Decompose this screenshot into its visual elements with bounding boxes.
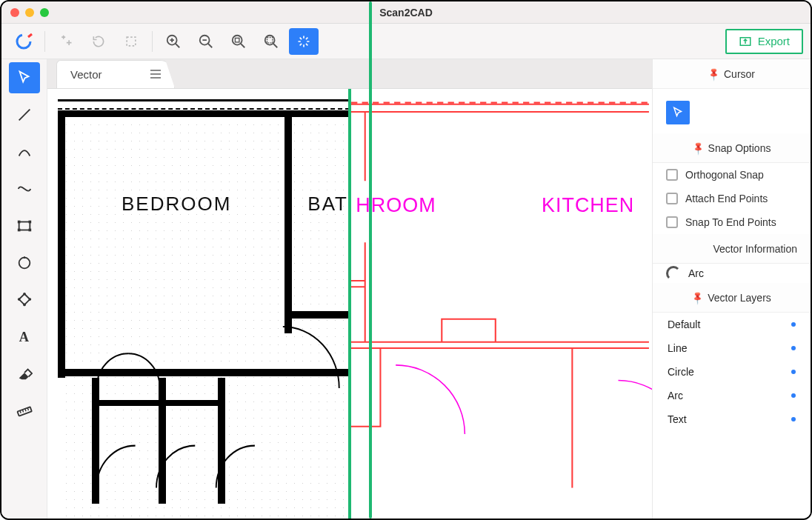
svg-rect-25	[19, 222, 30, 230]
svg-rect-11	[235, 38, 239, 42]
svg-line-20	[306, 43, 307, 44]
revert-icon[interactable]	[84, 28, 113, 55]
svg-line-24	[19, 110, 30, 121]
section-vector-info-label: Vector Information	[713, 243, 797, 255]
room-label-hroom: HROOM	[356, 194, 436, 216]
layer-active-indicator	[791, 346, 796, 350]
canvas[interactable]: BEDROOM BAT	[47, 89, 652, 519]
checkbox-icon[interactable]	[666, 216, 678, 228]
pin-icon: 📌	[706, 66, 722, 81]
layer-row[interactable]: Arc	[653, 384, 811, 407]
section-snap-label: Snap Options	[708, 142, 771, 154]
line-tool[interactable]	[9, 99, 40, 130]
section-snap-options[interactable]: 📌 Snap Options	[653, 133, 811, 163]
rectangle-tool[interactable]	[9, 210, 40, 241]
svg-rect-26	[17, 221, 20, 224]
svg-line-21	[306, 37, 307, 39]
snap-orthogonal[interactable]: Orthogonal Snap	[653, 163, 811, 187]
tab-label: Vector	[70, 68, 102, 81]
cursor-mode-select[interactable]	[666, 101, 690, 124]
svg-rect-27	[28, 221, 31, 224]
processing-spinner-icon[interactable]	[289, 28, 319, 55]
top-toolbar: Export	[1, 24, 811, 59]
snap-orthogonal-label: Orthogonal Snap	[685, 169, 764, 181]
raster-view: BEDROOM BAT	[47, 89, 350, 519]
section-vector-info[interactable]: Vector Information	[653, 234, 811, 264]
svg-point-35	[17, 298, 20, 301]
svg-rect-1	[127, 37, 136, 46]
room-label-bedroom: BEDROOM	[122, 193, 231, 216]
tab-menu-icon[interactable]	[150, 70, 161, 79]
svg-line-22	[300, 43, 302, 44]
layer-active-indicator	[791, 393, 796, 398]
layer-row[interactable]: Line	[653, 336, 811, 360]
layer-row[interactable]: Circle	[653, 360, 811, 384]
section-vector-layers[interactable]: 📌 Vector Layers	[653, 283, 811, 313]
svg-text:A: A	[19, 330, 29, 344]
svg-point-30	[19, 258, 30, 269]
svg-point-9	[233, 35, 242, 44]
vector-info-arc-label: Arc	[688, 267, 704, 279]
left-tool-sidebar: A	[1, 59, 47, 519]
pin-icon: 📌	[690, 290, 705, 305]
pin-icon: 📌	[690, 140, 706, 156]
vector-info-arc: Arc	[653, 264, 811, 283]
main-column: Vector	[47, 59, 652, 519]
toolbar-separator	[152, 31, 153, 52]
zoom-fit-icon[interactable]	[224, 28, 253, 55]
minimize-window-button[interactable]	[25, 8, 34, 17]
sparkle-icon[interactable]	[51, 28, 81, 55]
checkbox-icon[interactable]	[666, 169, 678, 181]
text-tool[interactable]: A	[9, 321, 40, 353]
snap-to-end[interactable]: Snap To End Points	[653, 210, 811, 234]
svg-point-32	[23, 293, 26, 296]
toolbar-separator	[44, 31, 45, 52]
arc-tool[interactable]	[9, 136, 40, 167]
zoom-out-icon[interactable]	[191, 28, 221, 55]
svg-line-19	[300, 37, 302, 39]
polygon-tool[interactable]	[9, 284, 40, 316]
layer-label: Arc	[668, 390, 683, 401]
maximize-window-button[interactable]	[40, 8, 49, 17]
app-logo-icon[interactable]	[9, 28, 39, 55]
right-panel: 📌 Cursor 📌 Snap Options Orthogonal Snap …	[652, 59, 811, 519]
svg-line-3	[176, 43, 180, 47]
layer-row[interactable]: Text	[653, 407, 811, 431]
traffic-lights	[10, 8, 49, 17]
section-cursor[interactable]: 📌 Cursor	[653, 59, 811, 89]
checkbox-icon[interactable]	[666, 193, 678, 204]
room-label-bath-partial: BAT	[307, 193, 348, 216]
zoom-selection-icon[interactable]	[256, 28, 286, 55]
measure-tool[interactable]	[9, 396, 40, 427]
tab-vector[interactable]: Vector	[56, 60, 175, 88]
close-window-button[interactable]	[10, 8, 19, 17]
bezier-tool[interactable]	[9, 173, 40, 204]
svg-point-31	[23, 256, 25, 259]
export-button[interactable]: Export	[725, 29, 803, 54]
window-title: Scan2CAD	[1, 7, 811, 19]
section-vector-layers-label: Vector Layers	[708, 292, 771, 304]
zoom-in-icon[interactable]	[159, 28, 188, 55]
cursor-section-body	[653, 89, 811, 133]
circle-tool[interactable]	[9, 247, 40, 279]
layer-row[interactable]: Default	[653, 313, 811, 336]
snap-attach-end[interactable]: Attach End Points	[653, 187, 811, 210]
body: A Vector	[1, 59, 811, 519]
layers-list: Default Line Circle Arc Text	[653, 313, 811, 431]
cursor-tool[interactable]	[9, 62, 40, 93]
svg-rect-14	[267, 37, 273, 42]
svg-rect-28	[17, 229, 20, 232]
eraser-tool[interactable]	[9, 359, 40, 390]
section-cursor-label: Cursor	[724, 68, 755, 80]
svg-point-33	[28, 298, 31, 301]
layer-active-indicator	[791, 370, 796, 374]
arc-icon	[666, 266, 681, 281]
layer-label: Text	[668, 413, 687, 425]
tabstrip: Vector	[47, 59, 652, 89]
layer-active-indicator	[791, 322, 796, 327]
snap-attach-end-label: Attach End Points	[685, 193, 768, 204]
crop-icon[interactable]	[116, 28, 146, 55]
svg-point-12	[265, 35, 275, 44]
app-window: Scan2CAD	[0, 0, 812, 520]
svg-rect-29	[28, 229, 31, 232]
